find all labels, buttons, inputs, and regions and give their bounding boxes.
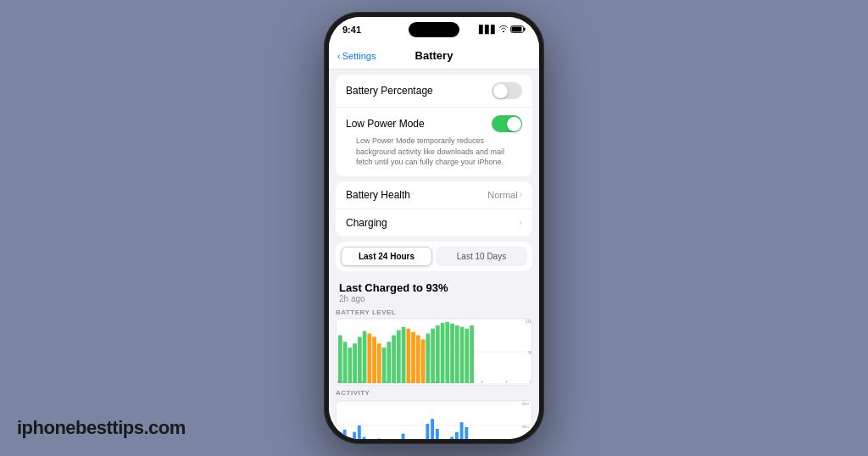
battery-percentage-label: Battery Percentage [346,85,433,97]
svg-rect-33 [455,325,459,383]
svg-rect-12 [353,343,357,383]
svg-rect-32 [450,324,454,383]
chevron-icon: › [520,190,522,199]
phone-screen: 9:41 ▋▋▋ [329,17,539,439]
svg-text:100%: 100% [526,320,531,324]
svg-rect-16 [372,336,376,383]
svg-rect-21 [397,330,401,382]
svg-rect-59 [426,424,429,439]
battery-chart-section: BATTERY LEVEL 100% 50% 0% [329,305,539,386]
svg-text:6: 6 [481,380,484,384]
charged-subtitle: 2h ago [339,294,529,303]
back-button[interactable]: ‹ Settings [337,51,376,61]
tab-last-10-days[interactable]: Last 10 Days [436,247,527,266]
settings-section-1: Battery Percentage Low Power Mode Low Po… [336,75,532,176]
svg-rect-20 [392,335,396,383]
charging-row[interactable]: Charging › [336,209,532,236]
charging-label: Charging [346,217,387,229]
svg-rect-35 [465,328,469,382]
battery-health-row[interactable]: Battery Health Normal › [336,181,532,209]
charged-section: Last Charged to 93% 2h ago [329,276,539,305]
activity-level-chart: 60m 30m 0m [337,401,531,439]
signal-icon: ▋▋▋ [479,25,497,34]
svg-rect-23 [406,328,410,382]
svg-rect-62 [450,437,453,439]
svg-rect-14 [363,331,367,382]
battery-chart-label: BATTERY LEVEL [336,309,532,316]
svg-rect-55 [363,437,366,439]
low-power-mode-description: Low Power Mode temporarily reduces backg… [346,132,522,175]
svg-rect-28 [431,328,435,382]
tabs-section: Last 24 Hours Last 10 Days [336,242,532,271]
svg-rect-63 [455,432,459,439]
battery-icon [510,25,526,35]
low-power-mode-toggle[interactable] [492,115,522,132]
low-power-mode-label: Low Power Mode [346,118,425,130]
wifi-icon [499,25,508,34]
svg-rect-54 [358,425,361,439]
svg-rect-10 [343,342,348,383]
svg-rect-2 [524,27,526,31]
svg-text:60m: 60m [522,402,530,406]
settings-section-2: Battery Health Normal › Charging › [336,181,532,236]
svg-rect-24 [411,331,415,382]
toggle-knob-2 [507,117,521,131]
svg-rect-52 [343,430,347,439]
svg-rect-53 [353,432,356,439]
svg-rect-27 [426,333,430,383]
battery-chart-wrapper: 100% 50% 0% [336,318,532,386]
nav-bar: ‹ Settings Battery [329,42,539,70]
back-chevron-icon: ‹ [337,51,341,61]
watermark: iphonebesttips.com [17,417,186,439]
svg-rect-30 [441,323,445,383]
charging-chevron: › [520,218,522,227]
battery-health-value: Normal › [487,190,522,200]
scroll-content: Battery Percentage Low Power Mode Low Po… [329,70,539,439]
status-bar: 9:41 ▋▋▋ [329,17,539,42]
svg-text:9: 9 [505,380,508,384]
svg-rect-29 [436,325,440,383]
back-label: Settings [342,51,376,61]
svg-rect-36 [470,325,474,383]
svg-rect-65 [465,427,468,439]
activity-chart-section: ACTIVITY 60m 30m 0m [329,386,539,439]
tabs-row: Last 24 Hours Last 10 Days [341,247,527,266]
activity-chart-label: ACTIVITY [336,389,532,397]
svg-rect-25 [416,335,420,383]
svg-rect-13 [358,336,362,383]
phone-device: 9:41 ▋▋▋ [324,12,544,444]
svg-rect-9 [338,335,342,383]
status-icons: ▋▋▋ [479,25,526,35]
svg-rect-26 [421,339,426,383]
svg-rect-22 [402,327,406,383]
svg-text:12 P: 12 P [337,380,344,384]
activity-chart-wrapper: 60m 30m 0m [336,400,532,439]
chevron-icon-2: › [520,218,522,227]
dynamic-island [409,22,459,37]
battery-health-label: Battery Health [346,189,410,201]
svg-rect-19 [387,342,391,383]
battery-percentage-row: Battery Percentage [336,75,532,108]
svg-rect-15 [367,333,371,383]
svg-rect-1 [512,26,522,31]
status-time: 9:41 [342,25,361,35]
page-title: Battery [415,49,453,62]
svg-rect-51 [338,435,342,439]
svg-rect-61 [436,429,439,439]
tab-last-24-hours[interactable]: Last 24 Hours [341,247,432,266]
svg-text:50%: 50% [528,351,531,355]
low-power-mode-row: Low Power Mode Low Power Mode temporaril… [336,108,532,176]
svg-rect-11 [348,348,352,383]
svg-rect-31 [445,322,449,383]
svg-rect-34 [460,327,465,383]
battery-level-chart: 100% 50% 0% [337,319,531,385]
charged-title: Last Charged to 93% [339,281,529,294]
svg-text:12 A: 12 A [432,380,440,384]
svg-rect-17 [377,343,381,383]
svg-text:30m: 30m [522,425,530,429]
svg-rect-60 [431,419,434,439]
svg-rect-56 [377,438,381,439]
battery-percentage-toggle[interactable] [492,82,522,99]
svg-rect-64 [460,422,464,439]
toggle-knob [493,84,508,98]
